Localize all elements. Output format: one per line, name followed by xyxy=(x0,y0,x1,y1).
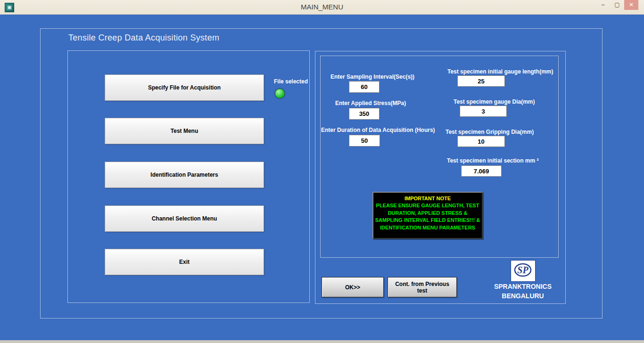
note-title: IMPORTANT NOTE xyxy=(373,195,482,202)
note-body: PLEASE ENSURE GAUGE LENGTH, TEST DURATIO… xyxy=(373,202,482,231)
channel-selection-button[interactable]: Channel Selection Menu xyxy=(105,205,264,232)
specify-file-button[interactable]: Specify File for Acquisition xyxy=(105,74,264,101)
main-window: ▣ MAIN_MENU – ▢ ✕ Tensile Creep Data Acq… xyxy=(0,0,644,343)
titlebar: ▣ MAIN_MENU – ▢ ✕ xyxy=(0,0,644,15)
gauge-dia-input[interactable] xyxy=(460,106,507,117)
file-selected-label: File selected xyxy=(274,78,308,85)
minimize-button[interactable]: – xyxy=(596,0,610,10)
initial-section-label: Test specimen initial section mm ² xyxy=(447,157,539,164)
sampling-interval-input[interactable] xyxy=(349,81,380,93)
exit-button[interactable]: Exit xyxy=(105,249,264,275)
page-title: Tensile Creep Data Acquisition System xyxy=(68,33,219,43)
sp-logo: SP xyxy=(511,260,536,282)
important-note-box: IMPORTANT NOTE PLEASE ENSURE GAUGE LENGT… xyxy=(372,192,483,239)
applied-stress-label: Enter Applied Stress(MPa) xyxy=(335,100,406,106)
ok-button[interactable]: OK>> xyxy=(322,277,384,297)
gauge-length-input[interactable] xyxy=(457,75,505,87)
close-button[interactable]: ✕ xyxy=(624,0,638,10)
gripping-dia-input[interactable] xyxy=(457,136,505,147)
duration-label: Enter Duration of Data Acquisition (Hour… xyxy=(321,127,435,133)
duration-input[interactable] xyxy=(349,135,380,147)
gauge-length-label: Test specimen initial gauge length(mm) xyxy=(447,68,553,75)
maximize-button[interactable]: ▢ xyxy=(610,0,624,10)
identification-parameters-button[interactable]: Identification Parameters xyxy=(105,162,264,188)
initial-section-input[interactable] xyxy=(461,165,502,177)
company-name: SPRANKTRONICS xyxy=(485,282,561,291)
continue-previous-test-button[interactable]: Cont. from Previous test xyxy=(388,277,457,297)
company-city: BENGALURU xyxy=(485,291,561,301)
window-title: MAIN_MENU xyxy=(0,0,644,14)
applied-stress-input[interactable] xyxy=(349,108,380,120)
file-selected-led-indicator xyxy=(275,89,285,98)
branding-text: SPRANKTRONICS BENGALURU xyxy=(485,282,561,301)
gauge-dia-label: Test specimen gauge Dia(mm) xyxy=(454,98,535,105)
test-menu-button[interactable]: Test Menu xyxy=(105,118,264,144)
sp-logo-text: SP xyxy=(517,265,528,275)
window-bottom-edge xyxy=(0,340,644,343)
gripping-dia-label: Test specimen Gripping Dia(mm) xyxy=(446,129,534,135)
window-controls: – ▢ ✕ xyxy=(596,0,638,10)
sampling-interval-label: Enter Sampling Interval(Sec(s)) xyxy=(330,74,414,80)
